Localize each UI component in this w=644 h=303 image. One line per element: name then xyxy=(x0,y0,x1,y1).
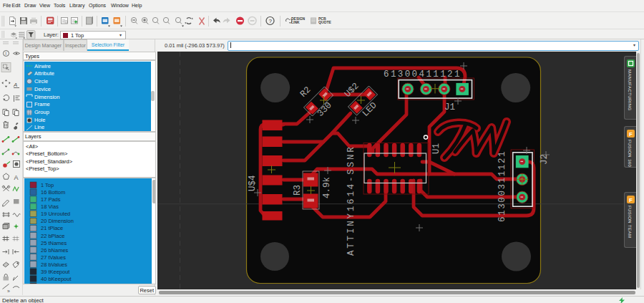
svg-text:Frame: Frame xyxy=(34,101,50,107)
svg-text:1 Top: 1 Top xyxy=(41,182,54,188)
svg-text:U1: U1 xyxy=(431,143,441,154)
svg-text:Hole: Hole xyxy=(34,117,45,123)
svg-text:22 bPlace: 22 bPlace xyxy=(41,232,64,239)
svg-text:Airwire: Airwire xyxy=(34,63,51,69)
svg-text:4.9k: 4.9k xyxy=(322,177,332,198)
svg-text:20 Dimension: 20 Dimension xyxy=(41,218,74,224)
svg-text:61300311121: 61300311121 xyxy=(497,150,507,222)
svg-text:QUOTE: QUOTE xyxy=(318,20,331,24)
svg-text:J2: J2 xyxy=(540,154,550,165)
svg-text:LINK: LINK xyxy=(291,20,300,24)
svg-text:F: F xyxy=(629,131,633,138)
svg-text:61300411121: 61300411121 xyxy=(384,69,462,80)
svg-text:16 Bottom: 16 Bottom xyxy=(41,189,65,196)
svg-text:U$4: U$4 xyxy=(248,175,258,191)
svg-text:21 tPlace: 21 tPlace xyxy=(41,225,63,231)
svg-text:19 Unrouted: 19 Unrouted xyxy=(41,211,70,217)
svg-text:A: A xyxy=(14,174,19,181)
svg-text:25 tNames: 25 tNames xyxy=(41,239,67,246)
svg-text:Device: Device xyxy=(34,86,51,92)
svg-text:26 bNames: 26 bNames xyxy=(41,246,69,253)
svg-text:Dimension: Dimension xyxy=(34,94,59,100)
svg-text:J1: J1 xyxy=(444,102,455,112)
svg-text:ATTINY1614-SSNR: ATTINY1614-SSNR xyxy=(346,145,356,256)
svg-text:Group: Group xyxy=(34,109,49,115)
svg-text:F: F xyxy=(629,197,633,203)
svg-text:18 Vias: 18 Vias xyxy=(41,203,59,210)
svg-text:Circle: Circle xyxy=(34,78,48,85)
svg-text:27 tValues: 27 tValues xyxy=(41,254,66,260)
svg-text:17 Pads: 17 Pads xyxy=(41,196,61,203)
svg-text:39 tKeepout: 39 tKeepout xyxy=(41,268,70,274)
svg-text:Attribute: Attribute xyxy=(34,70,54,77)
svg-text:28 bValues: 28 bValues xyxy=(41,261,67,267)
svg-text:i: i xyxy=(6,51,6,56)
svg-text:A: A xyxy=(13,82,17,88)
svg-text:40 bKeepout: 40 bKeepout xyxy=(41,275,72,282)
svg-text:Line: Line xyxy=(34,124,44,130)
svg-text:?: ? xyxy=(269,18,273,24)
svg-text:R3: R3 xyxy=(293,185,303,196)
